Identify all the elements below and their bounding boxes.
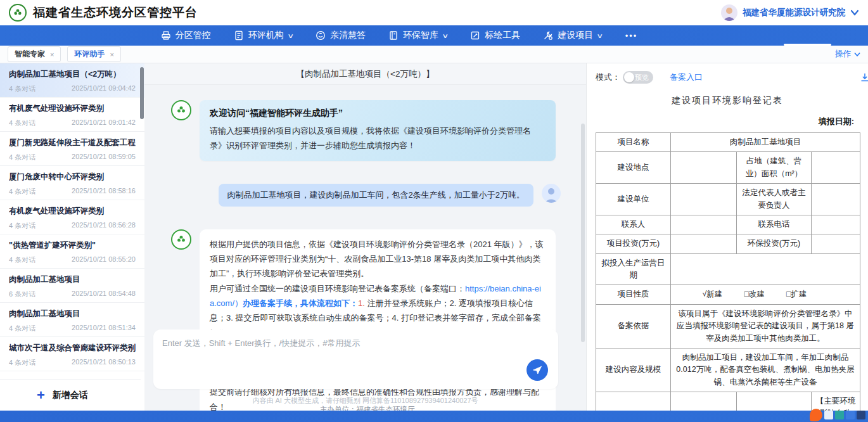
widget-icon[interactable] <box>835 411 844 419</box>
more-icon: ••• <box>625 31 638 41</box>
nav-item-construction-project[interactable]: 建设项目 ∨ <box>543 30 602 41</box>
chat-input[interactable] <box>153 329 518 389</box>
response-blue-bold: 办理备案手续，具体流程如下： <box>243 298 358 308</box>
draw-square-icon <box>470 30 480 41</box>
toggle-label: 预览 <box>635 73 649 82</box>
platform-title: 福建省生态环境分区管控平台 <box>33 4 198 21</box>
chat-scrollbar[interactable] <box>581 124 585 342</box>
close-icon[interactable]: × <box>50 51 54 58</box>
conversation-item[interactable]: 肉制品加工基地项目 4 条对话2025/10/21 08:51:34 <box>0 303 144 337</box>
field-label: 项目投资(万元) <box>596 234 671 253</box>
table-row: 项目投资(万元) 环保投资(万元) <box>596 234 860 253</box>
widget-icon[interactable] <box>846 411 855 419</box>
conversation-item[interactable]: 厦门危废中转中心环评类别 4 条对话2025/10/21 08:58:16 <box>0 166 144 200</box>
project-nature-value: √新建□改建□扩建 <box>671 285 860 304</box>
field-label: 建设地点 <box>596 152 671 184</box>
tab-eia-assistant[interactable]: 环评助手 × <box>67 46 120 62</box>
step-1: 1. <box>358 298 365 308</box>
filing-basis-value: 该项目属于《建设环境影响评价分类管理名录》中应当填报环境影响登记表的建设项目，属… <box>671 304 860 348</box>
field-label: 占地（建筑、营业）面积（m²） <box>737 152 812 184</box>
field-value <box>812 234 860 253</box>
actions-dropdown[interactable]: 操作 <box>835 49 860 60</box>
conversation-item[interactable]: 有机废气处理设施环评类别 4 条对话2025/10/21 08:56:28 <box>0 200 144 234</box>
user-menu-chevron-icon[interactable] <box>850 10 859 16</box>
field-value <box>812 215 860 234</box>
conversation-item[interactable]: 肉制品加工基地项目 6 条对话2025/10/21 08:54:48 <box>0 269 144 303</box>
user-org-name[interactable]: 福建省华厦能源设计研究院 <box>743 7 845 18</box>
chevron-down-icon: ∨ <box>596 32 603 39</box>
browser-widget[interactable] <box>810 408 865 422</box>
user-chat-avatar-icon <box>542 184 561 203</box>
welcome-body: 请输入想要填报的项目内容以及项目规模，我将依据《建设项目环境影响评价分类管理名录… <box>210 124 546 153</box>
table-row: 项目性质 √新建□改建□扩建 <box>596 285 860 304</box>
field-value <box>671 184 737 215</box>
stamp-icon <box>161 30 171 41</box>
conversation-time: 2025/10/21 09:04:42 <box>72 84 136 94</box>
mode-row: 模式： 预览 备案入口 <box>587 63 868 84</box>
field-label: 主要环境影响 <box>596 392 671 411</box>
page-footer <box>0 411 868 422</box>
conversation-item[interactable]: 厦门新兜路延伸段主干道及配套工程 4 条对话2025/10/21 08:59:0… <box>0 132 144 166</box>
field-value <box>812 184 860 215</box>
nav-item-more[interactable]: ••• <box>625 31 638 41</box>
close-icon[interactable]: × <box>110 51 113 58</box>
field-value <box>812 152 860 184</box>
conversation-item[interactable]: 城市次干道及综合管廊建设环评类别 4 条对话2025/10/21 08:50:1… <box>0 337 144 371</box>
user-avatar[interactable] <box>721 4 737 21</box>
table-row: 拟投入生产运营日期 <box>596 253 860 285</box>
wrench-icon <box>543 30 553 41</box>
nav-item-think-tank[interactable]: 环保智库 ∨ <box>388 30 447 41</box>
nav-item-eia-agency[interactable]: 环评机构 ∨ <box>234 30 293 41</box>
platform-logo-icon <box>9 4 27 22</box>
form-panel: 模式： 预览 备案入口 建设项目环境影响登记表 填报日期: 项目名称 肉制品加工… <box>586 63 868 411</box>
conversation-count: 4 条对话 <box>9 84 35 94</box>
table-row: 备案依据 该项目属于《建设环境影响评价分类管理名录》中应当填报环境影响登记表的建… <box>596 304 860 348</box>
field-value <box>671 253 860 285</box>
form-title: 建设项目环境影响登记表 <box>587 95 868 106</box>
app-root: 福建省生态环境分区管控平台 福建省华厦能源设计研究院 分区管控 环评机构 ∨ 亲… <box>0 0 868 422</box>
widget-icon[interactable] <box>824 411 833 419</box>
main-nav: 分区管控 环评机构 ∨ 亲清慧答 环保智库 ∨ 标绘工具 <box>0 25 868 46</box>
impact-checkbox-list: □废气 √废水: □生活污水 √生产废水 √固废 □噪声 □生态影响 □辐射环境… <box>671 392 737 411</box>
field-label: 法定代表人或者主要负责人 <box>737 184 812 215</box>
chevron-down-icon: ∨ <box>287 32 294 39</box>
fill-date-label: 填报日期: <box>587 116 854 127</box>
preview-toggle[interactable]: 预览 <box>623 71 653 84</box>
field-value <box>671 215 737 234</box>
document-icon <box>234 30 244 41</box>
chat-panel: 【肉制品加工基地项目（<2万吨）】 欢迎访问“福建智能环评生成助手” 请输入想要… <box>144 63 586 411</box>
sidebar-scrollbar[interactable] <box>140 67 144 119</box>
user-message: 肉制品加工基地项目，建设肉制品加工车间，包含2条生产线，加工量小于2万吨。 <box>171 184 561 207</box>
table-row: 建设地点 占地（建筑、营业）面积（m²） <box>596 152 860 184</box>
conversation-item[interactable]: "供热管道扩建环评类别" 4 条对话2025/10/21 08:55:20 <box>0 234 144 269</box>
conversation-item[interactable]: 肉制品加工基地项目（<2万吨） 4 条对话2025/10/21 09:04:42 <box>0 63 144 98</box>
field-value <box>671 152 737 184</box>
field-label: 采取的环保措施及排放去向 <box>737 392 812 411</box>
app-header: 福建省生态环境分区管控平台 福建省华厦能源设计研究院 <box>0 0 868 25</box>
field-value <box>671 234 737 253</box>
field-label: 项目性质 <box>596 285 671 304</box>
nav-item-qa[interactable]: 亲清慧答 <box>316 30 366 41</box>
field-label: 拟投入生产运营日期 <box>596 253 671 285</box>
download-icon[interactable] <box>860 72 868 84</box>
response-p1: 根据用户提供的项目信息，依据《建设项目环境影响评价分类管理名录（2021 年版）… <box>210 240 544 279</box>
registration-form-table: 项目名称 肉制品加工基地项目 建设地点 占地（建筑、营业）面积（m²） 建设单位… <box>596 132 860 411</box>
ai-welcome-message: 欢迎访问“福建智能环评生成助手” 请输入想要填报的项目内容以及项目规模，我将依据… <box>171 100 561 161</box>
tab-bar: 智能专家 × 环评助手 × 操作 <box>0 46 868 63</box>
construction-content-value: 肉制品加工项目，建设加工车间，年加工肉制品0.012万吨，配备真空包装机、煮制锅… <box>671 348 860 392</box>
widget-orange-icon[interactable] <box>810 409 822 421</box>
filing-entry-link[interactable]: 备案入口 <box>670 72 703 83</box>
conversation-item[interactable]: 有机废气处理设施环评类别 4 条对话2025/10/21 09:01:42 <box>0 98 144 132</box>
chat-title: 【肉制品加工基地项目（<2万吨）】 <box>144 63 586 85</box>
new-conversation-button[interactable]: + 新增会话 <box>0 379 141 411</box>
nav-item-drawing-tools[interactable]: 标绘工具 <box>470 30 520 41</box>
user-menu[interactable]: 福建省华厦能源设计研究院 <box>721 4 859 21</box>
table-row: 建设内容及规模 肉制品加工项目，建设加工车间，年加工肉制品0.012万吨，配备真… <box>596 348 860 392</box>
send-button[interactable] <box>527 359 548 381</box>
nav-item-zoning-control[interactable]: 分区管控 <box>161 30 211 41</box>
table-row: 联系人 联系电话 <box>596 215 860 234</box>
tab-smart-expert[interactable]: 智能专家 × <box>8 46 61 62</box>
paper-plane-icon <box>532 365 542 375</box>
widget-icon[interactable] <box>857 411 865 419</box>
user-bubble: 肉制品加工基地项目，建设肉制品加工车间，包含2条生产线，加工量小于2万吨。 <box>219 184 533 207</box>
